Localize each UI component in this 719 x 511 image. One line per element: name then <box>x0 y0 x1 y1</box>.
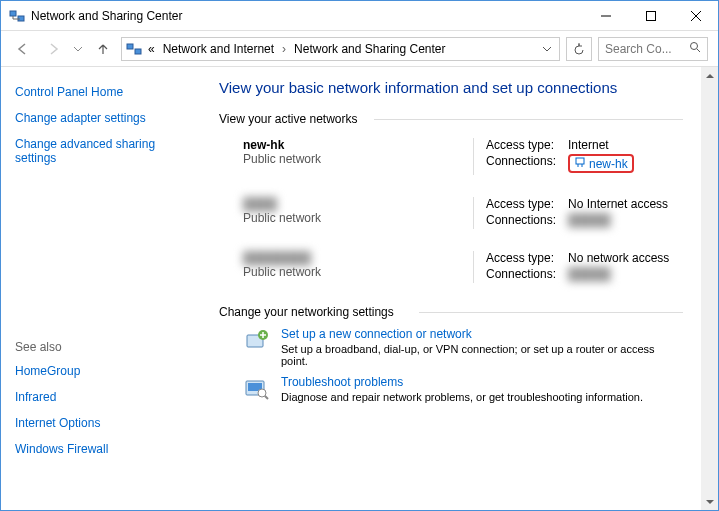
back-button[interactable] <box>11 37 35 61</box>
search-icon <box>689 41 701 56</box>
network-entry: ████Public networkAccess type:No Interne… <box>243 197 683 229</box>
address-icon <box>126 41 142 57</box>
network-type: Public network <box>243 152 473 166</box>
svg-rect-9 <box>135 49 141 54</box>
breadcrumb-prefix: « <box>146 42 157 56</box>
troubleshoot-icon <box>243 375 271 403</box>
troubleshoot-item: Troubleshoot problems Diagnose and repai… <box>243 375 683 403</box>
setup-connection-desc: Set up a broadband, dial-up, or VPN conn… <box>281 343 683 367</box>
svg-line-11 <box>697 49 700 52</box>
troubleshoot-desc: Diagnose and repair network problems, or… <box>281 391 643 403</box>
minimize-button[interactable] <box>583 1 628 30</box>
refresh-button[interactable] <box>566 37 592 61</box>
connection-link[interactable]: █████ <box>568 213 611 227</box>
access-type-value: Internet <box>568 138 609 152</box>
setup-connection-link[interactable]: Set up a new connection or network <box>281 327 472 341</box>
address-bar[interactable]: « Network and Internet › Network and Sha… <box>121 37 560 61</box>
close-button[interactable] <box>673 1 718 30</box>
active-networks-label: View your active networks <box>219 112 683 126</box>
titlebar: Network and Sharing Center <box>1 1 718 31</box>
window-buttons <box>583 1 718 30</box>
navbar: « Network and Internet › Network and Sha… <box>1 31 718 67</box>
svg-line-20 <box>265 396 268 399</box>
recent-dropdown[interactable] <box>71 37 85 61</box>
app-icon <box>9 8 25 24</box>
ethernet-icon <box>574 156 586 171</box>
main-area: Control Panel Home Change adapter settin… <box>1 67 718 510</box>
breadcrumb-sep: › <box>280 42 288 56</box>
change-settings-label: Change your networking settings <box>219 305 683 319</box>
scroll-down-button[interactable] <box>701 493 718 510</box>
network-entry: new-hkPublic networkAccess type:Internet… <box>243 138 683 175</box>
access-type-value: No Internet access <box>568 197 668 211</box>
setup-connection-item: Set up a new connection or network Set u… <box>243 327 683 367</box>
change-adapter-link[interactable]: Change adapter settings <box>15 111 197 125</box>
scrollbar[interactable] <box>701 67 718 510</box>
search-input[interactable]: Search Co... <box>598 37 708 61</box>
access-type-label: Access type: <box>486 251 568 265</box>
network-name: ████ <box>243 197 277 211</box>
change-sharing-link[interactable]: Change advanced sharing settings <box>15 137 197 165</box>
content: View your basic network information and … <box>211 67 718 510</box>
connection-link[interactable]: new-hk <box>574 156 628 171</box>
access-type-value: No network access <box>568 251 669 265</box>
network-type: Public network <box>243 265 473 279</box>
setup-connection-icon <box>243 327 271 355</box>
connections-label: Connections: <box>486 267 568 281</box>
network-entry: ████████Public networkAccess type:No net… <box>243 251 683 283</box>
connection-link[interactable]: █████ <box>568 267 611 281</box>
connection-name: new-hk <box>589 157 628 171</box>
homegroup-link[interactable]: HomeGroup <box>15 364 197 378</box>
access-type-label: Access type: <box>486 138 568 152</box>
forward-button[interactable] <box>41 37 65 61</box>
infrared-link[interactable]: Infrared <box>15 390 197 404</box>
connections-label: Connections: <box>486 213 568 227</box>
scroll-up-button[interactable] <box>701 67 718 84</box>
page-title: View your basic network information and … <box>219 79 683 96</box>
windows-firewall-link[interactable]: Windows Firewall <box>15 442 197 456</box>
search-placeholder: Search Co... <box>605 42 672 56</box>
troubleshoot-link[interactable]: Troubleshoot problems <box>281 375 403 389</box>
see-also-label: See also <box>15 340 197 354</box>
breadcrumb-item[interactable]: Network and Sharing Center <box>292 42 447 56</box>
svg-point-10 <box>691 43 698 50</box>
network-name: ████████ <box>243 251 473 265</box>
sidebar: Control Panel Home Change adapter settin… <box>1 67 211 510</box>
internet-options-link[interactable]: Internet Options <box>15 416 197 430</box>
up-button[interactable] <box>91 37 115 61</box>
svg-point-19 <box>258 389 266 397</box>
access-type-label: Access type: <box>486 197 568 211</box>
address-dropdown[interactable] <box>539 42 555 56</box>
highlighted-connection: new-hk <box>568 154 634 173</box>
maximize-button[interactable] <box>628 1 673 30</box>
svg-rect-8 <box>127 44 133 49</box>
svg-rect-0 <box>10 11 16 16</box>
svg-rect-12 <box>576 158 584 164</box>
network-name: ████████ <box>243 251 311 265</box>
svg-rect-5 <box>646 11 655 20</box>
breadcrumb-item[interactable]: Network and Internet <box>161 42 276 56</box>
control-panel-home-link[interactable]: Control Panel Home <box>15 85 197 99</box>
window-title: Network and Sharing Center <box>31 9 583 23</box>
connections-label: Connections: <box>486 154 568 173</box>
network-name: ████ <box>243 197 473 211</box>
network-type: Public network <box>243 211 473 225</box>
network-name: new-hk <box>243 138 473 152</box>
